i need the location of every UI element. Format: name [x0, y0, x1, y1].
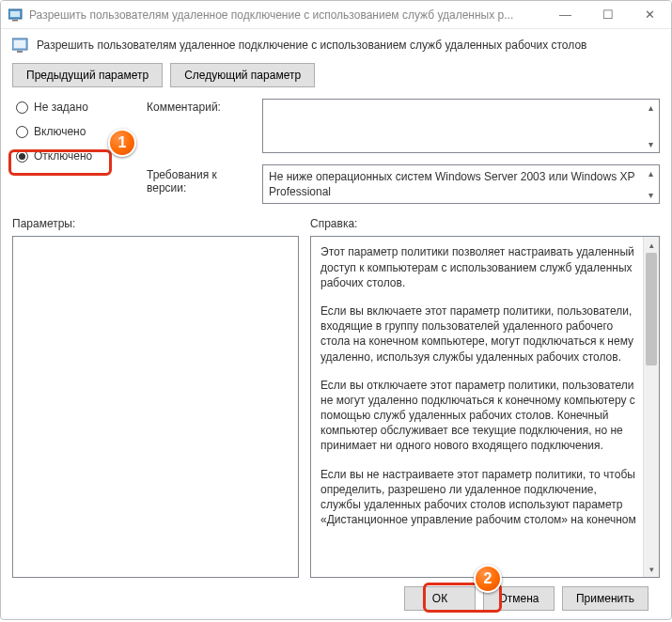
scroll-down-icon[interactable]: ▾ — [643, 136, 659, 152]
label-help: Справка: — [310, 217, 660, 230]
policy-icon — [12, 37, 31, 54]
dialog-window: Разрешить пользователям удаленное подклю… — [0, 0, 672, 620]
radio-label: Не задано — [34, 101, 88, 114]
label-comment: Комментарий: — [147, 99, 255, 114]
svg-rect-1 — [12, 20, 18, 22]
titlebar: Разрешить пользователям удаленное подклю… — [1, 1, 671, 29]
scroll-up-icon[interactable]: ▴ — [643, 100, 659, 116]
next-setting-button[interactable]: Следующий параметр — [170, 63, 315, 87]
scrollbar-track[interactable] — [644, 253, 659, 561]
svg-rect-5 — [17, 51, 23, 53]
lower-panels: Параметры: Справка: Этот параметр полити… — [12, 217, 660, 578]
radio-label: Включено — [34, 125, 86, 138]
scroll-down-icon[interactable]: ▾ — [643, 187, 659, 203]
dialog-content: Разрешить пользователям удаленное подклю… — [1, 29, 671, 619]
window-title: Разрешить пользователям удаленное подклю… — [29, 8, 544, 22]
ok-button[interactable]: ОК — [404, 586, 476, 611]
scroll-up-icon[interactable]: ▴ — [644, 237, 659, 253]
svg-rect-4 — [14, 40, 25, 48]
label-params: Параметры: — [12, 217, 299, 230]
help-text: Этот параметр политики позволяет настраи… — [311, 237, 643, 577]
scrollbar-thumb[interactable] — [646, 253, 657, 365]
app-icon — [8, 8, 23, 23]
close-button[interactable]: ✕ — [629, 1, 671, 28]
label-requirements: Требования к версии: — [147, 164, 255, 194]
window-controls: — ☐ ✕ — [544, 1, 671, 28]
dialog-footer: 2 ОК Отмена Применить — [12, 578, 660, 619]
radio-icon — [16, 126, 28, 138]
requirements-box: Не ниже операционных систем Windows Serv… — [262, 164, 660, 204]
radio-not-configured[interactable]: Не задано — [12, 99, 139, 116]
apply-button[interactable]: Применить — [562, 586, 649, 611]
prev-setting-button[interactable]: Предыдущий параметр — [12, 63, 163, 87]
cancel-button[interactable]: Отмена — [483, 586, 555, 611]
settings-grid: Не задано Включено Отключено 1 Комментар… — [12, 99, 660, 204]
comment-textarea[interactable]: ▴ ▾ — [262, 99, 660, 153]
svg-rect-2 — [10, 11, 20, 17]
help-paragraph: Этот параметр политики позволяет настраи… — [320, 244, 637, 290]
help-paragraph: Если вы включаете этот параметр политики… — [320, 303, 637, 365]
params-column: Параметры: — [12, 217, 299, 578]
scroll-down-icon[interactable]: ▾ — [644, 561, 659, 577]
maximize-button[interactable]: ☐ — [586, 1, 629, 28]
radio-enabled[interactable]: Включено — [12, 123, 139, 140]
minimize-button[interactable]: — — [544, 1, 586, 28]
params-box — [12, 236, 299, 578]
nav-buttons: Предыдущий параметр Следующий параметр — [12, 63, 660, 87]
scroll-up-icon[interactable]: ▴ — [643, 165, 659, 181]
policy-header: Разрешить пользователям удаленное подклю… — [12, 37, 660, 54]
help-paragraph: Если вы не настраиваете этот параметр по… — [320, 467, 637, 528]
radio-icon — [16, 150, 28, 163]
help-box: Этот параметр политики позволяет настраи… — [310, 236, 660, 578]
requirements-text: Не ниже операционных систем Windows Serv… — [269, 170, 634, 198]
help-column: Справка: Этот параметр политики позволяе… — [310, 217, 660, 578]
policy-title: Разрешить пользователям удаленное подклю… — [37, 39, 586, 52]
state-radios: Не задано Включено Отключено 1 — [12, 99, 139, 164]
radio-label: Отключено — [34, 149, 92, 163]
radio-icon — [16, 101, 28, 114]
help-scrollbar[interactable]: ▴ ▾ — [643, 237, 659, 577]
radio-disabled[interactable]: Отключено — [12, 148, 139, 164]
help-paragraph: Если вы отключаете этот параметр политик… — [320, 378, 637, 454]
